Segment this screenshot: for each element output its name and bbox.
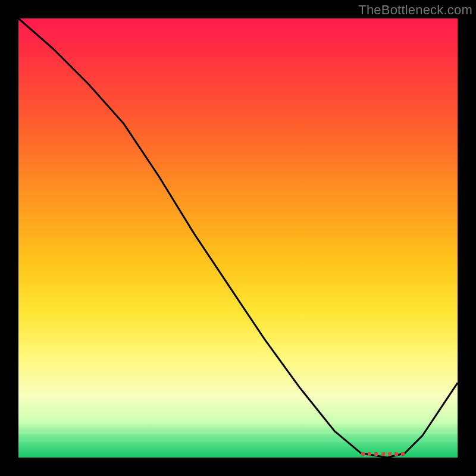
plot-area (18, 18, 458, 458)
highlight-dash (374, 452, 378, 456)
line-chart-curve (18, 18, 458, 458)
highlight-dash (381, 452, 385, 456)
highlight-dash (361, 452, 365, 456)
curve-path (18, 18, 458, 458)
highlight-dash (368, 452, 371, 456)
chart-frame (18, 18, 458, 458)
highlight-dash (401, 452, 405, 456)
watermark-text: TheBottleneck.com (358, 2, 472, 18)
highlight-band (361, 452, 405, 456)
highlight-dash (388, 452, 392, 456)
highlight-dash (394, 452, 398, 456)
